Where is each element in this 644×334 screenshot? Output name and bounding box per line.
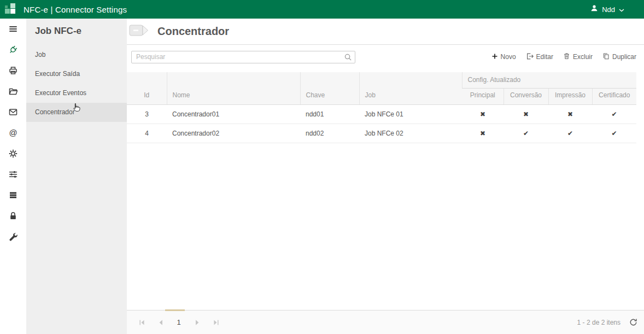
- column-group-config-atualizado: Config. Atualizado: [462, 72, 636, 89]
- next-page-button[interactable]: [188, 315, 207, 330]
- new-button-label: Novo: [501, 53, 516, 61]
- sidebar-item-job[interactable]: Job: [26, 45, 127, 65]
- main-content: Concentrador Novo Editar: [127, 19, 644, 334]
- app-logo-icon: [5, 3, 17, 15]
- edit-icon: [526, 52, 534, 62]
- cell-conversao-mark: ✔: [504, 124, 548, 143]
- trash-icon: [563, 52, 570, 61]
- sidebar-item-concentrador[interactable]: Concentrador: [26, 103, 127, 122]
- rail-item-settings[interactable]: [0, 143, 26, 164]
- column-header-chave[interactable]: Chave: [300, 72, 359, 105]
- column-header-conversao[interactable]: Conversão: [504, 89, 548, 105]
- edit-button-label: Editar: [536, 53, 553, 61]
- table-row[interactable]: 3 Concentrador01 ndd01 Job NFCe 01 ✖ ✖ ✖…: [127, 105, 636, 124]
- column-header-job[interactable]: Job: [359, 72, 462, 105]
- user-icon: [590, 4, 598, 14]
- new-button[interactable]: Novo: [491, 53, 516, 61]
- sidebar-item-executor-saida[interactable]: Executor Saída: [26, 65, 127, 84]
- next-page-icon: [195, 319, 200, 326]
- lock-icon: [8, 211, 18, 221]
- chevron-down-icon: [619, 4, 624, 14]
- rail-item-email-at[interactable]: @: [0, 122, 26, 143]
- refresh-icon: [629, 318, 637, 326]
- grid-actions: Novo Editar Excluir Duplicar: [491, 52, 636, 62]
- cell-principal-mark: ✖: [462, 105, 504, 124]
- first-page-button[interactable]: [132, 315, 151, 330]
- cell-id: 3: [127, 105, 167, 124]
- cell-job: Job NFCe 02: [359, 124, 462, 143]
- menu-icon: [8, 24, 18, 34]
- sliders-icon: [8, 169, 18, 179]
- search-icon: [344, 53, 352, 63]
- page-header: Concentrador: [127, 19, 644, 45]
- prev-page-button[interactable]: [151, 315, 169, 330]
- column-header-certificado[interactable]: Certificado: [592, 89, 636, 105]
- cell-conversao-mark: ✖: [504, 105, 548, 124]
- folder-icon: [8, 86, 18, 96]
- rail-item-menu[interactable]: [0, 19, 26, 39]
- cell-certificado-mark: ✔: [592, 105, 636, 124]
- icon-rail: @: [0, 19, 26, 334]
- plug-icon: [8, 45, 18, 55]
- cell-chave: ndd02: [300, 124, 359, 143]
- rail-item-printer[interactable]: [0, 60, 26, 81]
- delete-button[interactable]: Excluir: [563, 52, 593, 61]
- user-name: Ndd: [602, 5, 615, 14]
- app-window: NFC-e | Connector Settings Ndd @: [0, 0, 644, 334]
- page-number[interactable]: 1: [169, 318, 188, 326]
- sidebar: Job NFC-e Job Executor Saída Executor Ev…: [26, 19, 127, 334]
- cell-nome: Concentrador01: [167, 105, 300, 124]
- sidebar-item-executor-eventos[interactable]: Executor Eventos: [26, 84, 127, 103]
- delete-button-label: Excluir: [573, 53, 593, 61]
- rail-item-connector[interactable]: [0, 39, 26, 60]
- toolbar: Novo Editar Excluir Duplicar: [127, 45, 644, 69]
- rail-item-tools[interactable]: [0, 226, 26, 247]
- column-header-impressao[interactable]: Impressão: [548, 89, 592, 105]
- printer-icon: [8, 66, 18, 75]
- column-header-principal[interactable]: Principal: [462, 89, 504, 105]
- rail-item-mail[interactable]: [0, 102, 26, 122]
- envelope-icon: [8, 107, 18, 117]
- app-title: NFC-e | Connector Settings: [24, 5, 127, 14]
- cell-impressao-mark: ✔: [548, 124, 592, 143]
- search-box: [131, 51, 355, 63]
- gear-icon: [8, 149, 18, 159]
- last-page-button[interactable]: [207, 315, 225, 330]
- edit-button[interactable]: Editar: [526, 52, 553, 62]
- svg-text:@: @: [9, 128, 17, 137]
- refresh-button[interactable]: [629, 318, 637, 326]
- at-sign-icon: @: [8, 128, 18, 138]
- wrench-icon: [8, 232, 18, 242]
- rail-item-security[interactable]: [0, 206, 26, 226]
- data-grid: Id Nome Chave Job Config. Atualizado Pri…: [127, 72, 636, 143]
- sidebar-title: Job NFC-e: [26, 19, 127, 45]
- search-input[interactable]: [131, 51, 355, 63]
- page-title: Concentrador: [157, 25, 229, 38]
- user-menu[interactable]: Ndd: [590, 4, 624, 14]
- copy-icon: [602, 52, 610, 61]
- rail-item-connector-settings[interactable]: [0, 164, 26, 185]
- pager-active-indicator: [165, 309, 185, 311]
- column-header-id[interactable]: Id: [127, 72, 167, 105]
- last-page-icon: [213, 319, 219, 326]
- cell-principal-mark: ✖: [462, 124, 504, 143]
- rail-item-queue[interactable]: [0, 185, 26, 206]
- duplicate-button-label: Duplicar: [612, 53, 636, 61]
- table-row[interactable]: 4 Concentrador02 ndd02 Job NFCe 02 ✖ ✔ ✔…: [127, 124, 636, 143]
- rail-item-folder[interactable]: [0, 81, 26, 102]
- cell-chave: ndd01: [300, 105, 359, 124]
- cell-nome: Concentrador02: [167, 124, 300, 143]
- pager: 1 1 - 2 de 2 itens: [127, 310, 644, 334]
- plus-icon: [491, 53, 498, 61]
- breadcrumb-tag-icon: [129, 22, 151, 41]
- cell-id: 4: [127, 124, 167, 143]
- first-page-icon: [139, 319, 145, 326]
- column-header-nome[interactable]: Nome: [167, 72, 300, 105]
- topbar: NFC-e | Connector Settings Ndd: [0, 0, 644, 19]
- prev-page-icon: [158, 319, 163, 326]
- cell-certificado-mark: ✔: [592, 124, 636, 143]
- cell-job: Job NFCe 01: [359, 105, 462, 124]
- stack-icon: [8, 190, 18, 200]
- pager-info: 1 - 2 de 2 itens: [577, 319, 620, 326]
- duplicate-button[interactable]: Duplicar: [602, 52, 636, 61]
